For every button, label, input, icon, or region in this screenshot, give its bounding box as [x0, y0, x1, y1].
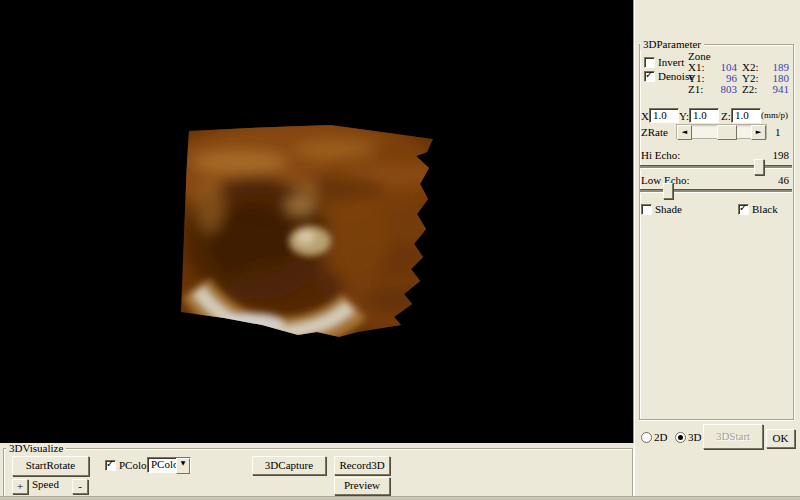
visualize-group-title: 3DVisualize	[6, 443, 66, 454]
zrate-scrollbar-thumb[interactable]	[717, 125, 737, 140]
capture-3d-button[interactable]: 3DCapture	[252, 456, 326, 475]
zrate-right-arrow-icon[interactable]: ►	[751, 125, 766, 140]
scale-y-input[interactable]: 1.0	[689, 108, 719, 123]
start-rotate-button[interactable]: StartRotate	[12, 456, 89, 476]
zone-z2-label: Z2:	[742, 84, 757, 95]
mode-3d-label: 3D	[688, 432, 701, 443]
visualize-panel: 3DVisualize StartRotate + Speed - ✓ PCol…	[0, 443, 634, 500]
ultrasound-volume-image	[0, 0, 634, 443]
black-label: Black	[752, 204, 778, 215]
mode-3d-radio[interactable]	[675, 432, 686, 443]
hi-echo-slider[interactable]	[640, 165, 792, 168]
chevron-down-icon[interactable]: ▼	[176, 458, 190, 474]
zrate-scrollbar[interactable]: ◄ ►	[676, 124, 767, 139]
low-echo-value: 46	[753, 175, 789, 186]
pcolor-dropdown[interactable]: PColor ▼	[147, 457, 191, 473]
speed-plus-button[interactable]: +	[12, 479, 28, 494]
scale-x-input[interactable]: 1.0	[649, 108, 679, 123]
checkmark-icon: ✓	[106, 459, 114, 469]
scale-unit-label: (mm/p)	[761, 110, 788, 121]
app-window: 3DParameter Invert ✓ Denoise Zone X1: 10…	[0, 0, 800, 500]
mode-2d-label: 2D	[654, 432, 667, 443]
low-echo-slider[interactable]	[640, 189, 792, 192]
black-checkbox[interactable]: ✓	[738, 204, 749, 215]
low-echo-slider-thumb[interactable]	[663, 183, 673, 199]
parameter-group-title: 3DParameter	[640, 39, 704, 50]
radio-dot-icon	[678, 435, 683, 440]
ok-button[interactable]: OK	[766, 429, 795, 448]
invert-checkbox[interactable]	[644, 57, 655, 68]
start-3d-button[interactable]: 3DStart	[703, 424, 763, 449]
zrate-value: 1	[775, 127, 781, 138]
parameter-groupbox	[639, 44, 794, 420]
checkmark-icon: ✓	[645, 70, 653, 80]
zrate-left-arrow-icon[interactable]: ◄	[677, 125, 692, 140]
zone-z2-value: 941	[763, 84, 789, 95]
mode-2d-radio[interactable]	[641, 432, 652, 443]
preview-button[interactable]: Preview	[334, 477, 390, 495]
shade-checkbox[interactable]	[641, 204, 652, 215]
scale-z-input[interactable]: 1.0	[731, 108, 761, 123]
zone-z1-label: Z1:	[688, 84, 703, 95]
record-3d-button[interactable]: Record3D	[334, 456, 390, 475]
shade-label: Shade	[655, 204, 682, 215]
zrate-label: ZRate	[641, 127, 668, 138]
speed-minus-button[interactable]: -	[72, 479, 88, 494]
pcolor-label: PColor	[119, 460, 150, 471]
hi-echo-label: Hi Echo:	[641, 150, 680, 161]
invert-label: Invert	[658, 57, 684, 68]
checkmark-icon: ✓	[739, 203, 747, 213]
zone-z1-value: 803	[711, 84, 737, 95]
denoise-checkbox[interactable]: ✓	[644, 71, 655, 82]
window-bottom-edge	[0, 496, 800, 500]
render-viewport[interactable]	[0, 0, 634, 443]
scale-y-label: Y:	[679, 111, 689, 122]
speed-label: Speed	[32, 479, 59, 490]
hi-echo-slider-thumb[interactable]	[754, 159, 764, 175]
parameter-panel: 3DParameter Invert ✓ Denoise Zone X1: 10…	[634, 0, 800, 500]
pcolor-checkbox[interactable]: ✓	[105, 460, 116, 471]
scale-z-label: Z:	[721, 111, 731, 122]
